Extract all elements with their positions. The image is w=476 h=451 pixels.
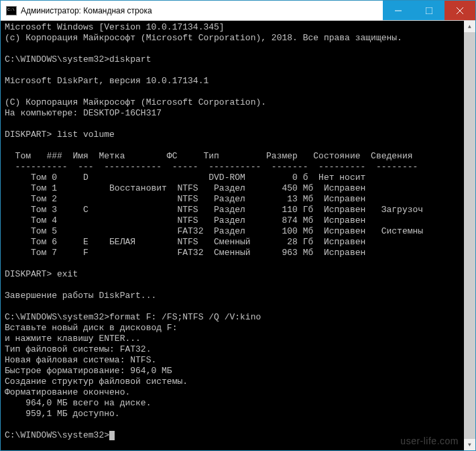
command: diskpart: [109, 54, 151, 64]
table-row: Том 0 D DVD-ROM 0 б Нет носит: [5, 172, 365, 183]
table-row: Том 2 NTFS Раздел 13 Мб Исправен: [5, 194, 365, 204]
table-row: Том 6 E БЕЛАЯ NTFS Сменный 28 Гб Исправе…: [5, 237, 365, 247]
cmd-window: Администратор: Командная строка Microsof…: [0, 0, 476, 451]
prompt: C:\WINDOWS\system32>: [5, 430, 109, 440]
svg-rect-1: [426, 7, 432, 14]
line: 959,1 МБ доступно.: [5, 409, 120, 419]
scroll-down-icon[interactable]: ▼: [464, 439, 475, 450]
maximize-button[interactable]: [414, 1, 444, 20]
line: Новая файловая система: NTFS.: [5, 355, 156, 365]
table-row: Том 3 C NTFS Раздел 110 Гб Исправен Загр…: [5, 205, 423, 215]
command: format F: /FS;NTFS /Q /V:kino: [109, 312, 261, 322]
window-controls: [383, 1, 475, 20]
command: list volume: [57, 130, 115, 140]
cursor: [109, 431, 115, 440]
line: Быстрое форматирование: 964,0 МБ: [5, 366, 172, 376]
line: 964,0 МБ всего на диске.: [5, 398, 151, 408]
minimize-button[interactable]: [383, 1, 414, 20]
line: и нажмите клавишу ENTER...: [5, 334, 141, 344]
prompt: C:\WINDOWS\system32>: [5, 312, 109, 322]
line: Microsoft Windows [Version 10.0.17134.34…: [5, 22, 225, 32]
line: Форматирование окончено.: [5, 387, 130, 397]
line: Завершение работы DiskPart...: [5, 291, 156, 301]
watermark: user-life.com: [400, 436, 459, 446]
table-row: Том 7 F FAT32 Сменный 963 Мб Исправен: [5, 248, 365, 258]
vertical-scrollbar[interactable]: ▲ ▼: [464, 21, 475, 450]
scrollbar-thumb[interactable]: [464, 32, 475, 439]
cmd-icon: [6, 6, 17, 15]
line: Тип файловой системы: FAT32.: [5, 344, 151, 354]
close-icon: [457, 7, 463, 14]
table-header: Том ### Имя Метка ФС Тип Размер Состояни…: [5, 151, 413, 161]
prompt: DISKPART>: [5, 269, 57, 279]
line: Создание структур файловой системы.: [5, 377, 188, 387]
line: (c) Корпорация Майкрософт (Microsoft Cor…: [5, 33, 402, 43]
maximize-icon: [426, 7, 432, 14]
table-row: Том 1 Восстановит NTFS Раздел 450 Мб Исп…: [5, 183, 365, 193]
table-row: Том 5 FAT32 Раздел 100 Мб Исправен Систе…: [5, 226, 423, 236]
minimize-icon: [395, 7, 402, 14]
table-row: Том 4 NTFS Раздел 874 Мб Исправен: [5, 215, 365, 225]
line: Вставьте новый диск в дисковод F:: [5, 323, 177, 333]
terminal-output[interactable]: Microsoft Windows [Version 10.0.17134.34…: [1, 21, 464, 450]
command: exit: [57, 269, 78, 279]
prompt: DISKPART>: [5, 130, 57, 140]
terminal-area: Microsoft Windows [Version 10.0.17134.34…: [1, 21, 475, 450]
scroll-up-icon[interactable]: ▲: [464, 21, 475, 32]
line: (C) Корпорация Майкрософт (Microsoft Cor…: [5, 97, 266, 107]
window-title: Администратор: Командная строка: [21, 6, 383, 15]
line: На компьютере: DESKTOP-16CH317: [5, 108, 162, 118]
titlebar[interactable]: Администратор: Командная строка: [1, 1, 475, 21]
close-button[interactable]: [444, 1, 475, 20]
line: Microsoft DiskPart, версия 10.0.17134.1: [5, 76, 209, 86]
table-separator: ---------- --- ----------- ----- -------…: [5, 162, 418, 172]
prompt: C:\WINDOWS\system32>: [5, 54, 109, 64]
